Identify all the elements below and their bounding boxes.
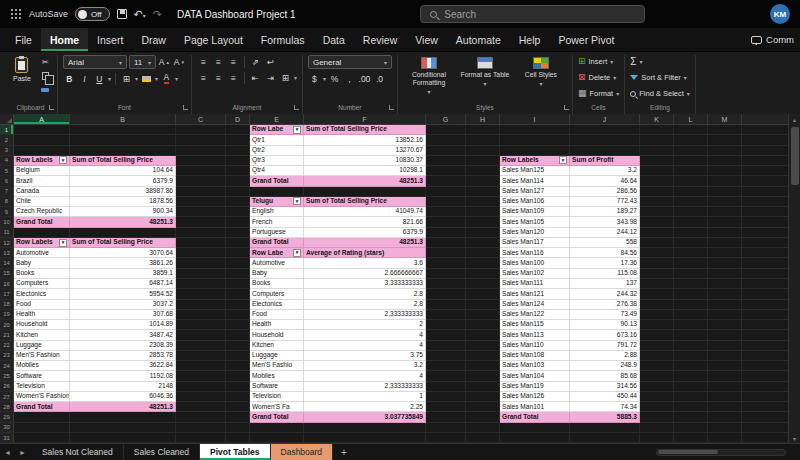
cell-K2[interactable] (640, 135, 674, 145)
cell-E11[interactable]: Portuguese (250, 228, 304, 238)
cell-E30[interactable] (250, 423, 304, 433)
row-header-26[interactable]: 26 (0, 382, 14, 392)
cell-L26[interactable] (674, 382, 708, 392)
cell-A9[interactable]: Czech Republic (14, 207, 70, 217)
row-header-15[interactable]: 15 (0, 269, 14, 279)
cell-I29[interactable]: Grand Total (500, 412, 570, 422)
cell-K5[interactable] (640, 166, 674, 176)
cell-B23[interactable]: 2853.78 (70, 351, 176, 361)
cell-F30[interactable] (304, 423, 426, 433)
row-header-23[interactable]: 23 (0, 351, 14, 361)
cell-I8[interactable]: Sales Man106 (500, 197, 570, 207)
cell-H11[interactable] (466, 228, 500, 238)
row-header-22[interactable]: 22 (0, 341, 14, 351)
column-header-D[interactable]: D (226, 114, 250, 124)
cell-I11[interactable]: Sales Man120 (500, 228, 570, 238)
cell-E15[interactable]: Baby (250, 269, 304, 279)
cell-G30[interactable] (426, 423, 466, 433)
accounting-format-icon[interactable]: $ (308, 72, 321, 85)
cell-I13[interactable]: Sales Man116 (500, 248, 570, 258)
italic-button[interactable]: I (78, 72, 91, 85)
cell-I17[interactable]: Sales Man121 (500, 289, 570, 299)
cell-C21[interactable] (176, 330, 226, 340)
cell-M26[interactable] (708, 382, 742, 392)
cell-D1[interactable] (226, 125, 250, 135)
cell-M19[interactable] (708, 310, 742, 320)
cell-F15[interactable]: 2.666666667 (304, 269, 426, 279)
cell-G14[interactable] (426, 258, 466, 268)
cell-A19[interactable]: Health (14, 310, 70, 320)
cell-K12[interactable] (640, 238, 674, 248)
cell-I4[interactable]: Row Labels▾ (500, 156, 570, 166)
cell-B2[interactable] (70, 135, 176, 145)
cell-B8[interactable]: 1878.56 (70, 197, 176, 207)
cell-M15[interactable] (708, 269, 742, 279)
cell-A14[interactable]: Baby (14, 258, 70, 268)
cell-B5[interactable]: 104.64 (70, 166, 176, 176)
cell-M21[interactable] (708, 330, 742, 340)
cell-J7[interactable]: 286.56 (570, 187, 640, 197)
cell-K27[interactable] (640, 392, 674, 402)
cell-F18[interactable]: 2.8 (304, 300, 426, 310)
cell-K4[interactable] (640, 156, 674, 166)
cell-A10[interactable]: Grand Total (14, 217, 70, 227)
column-header-F[interactable]: F (304, 114, 426, 124)
cell-B13[interactable]: 3070.64 (70, 248, 176, 258)
cell-M1[interactable] (708, 125, 742, 135)
cell-J16[interactable]: 137 (570, 279, 640, 289)
cell-K16[interactable] (640, 279, 674, 289)
cell-J8[interactable]: 772.43 (570, 197, 640, 207)
cell-F26[interactable]: 2.333333333 (304, 382, 426, 392)
cell-K13[interactable] (640, 248, 674, 258)
cell-M12[interactable] (708, 238, 742, 248)
cell-G9[interactable] (426, 207, 466, 217)
cell-A27[interactable]: Women'S Fashion (14, 392, 70, 402)
dialog-launcher-icon[interactable] (389, 105, 394, 110)
borders-icon[interactable]: ⊞ (120, 72, 133, 85)
cell-E8[interactable]: Telugu▾ (250, 197, 304, 207)
cell-B9[interactable]: 900.34 (70, 207, 176, 217)
cell-G12[interactable] (426, 238, 466, 248)
cell-I14[interactable]: Sales Man100 (500, 258, 570, 268)
cell-A12[interactable]: Row Labels▾ (14, 238, 70, 248)
row-header-31[interactable]: 31 (0, 433, 14, 443)
cell-J12[interactable]: 558 (570, 238, 640, 248)
cell-L31[interactable] (674, 433, 708, 443)
cell-C15[interactable] (176, 269, 226, 279)
cell-C28[interactable] (176, 402, 226, 412)
sort-filter-button[interactable]: Sort & Filter▾ (630, 71, 687, 84)
cell-G8[interactable] (426, 197, 466, 207)
cell-A22[interactable]: Luggage (14, 341, 70, 351)
cell-F28[interactable]: 2.25 (304, 402, 426, 412)
cell-H20[interactable] (466, 320, 500, 330)
cell-B21[interactable]: 3487.42 (70, 330, 176, 340)
cell-B24[interactable]: 3622.84 (70, 361, 176, 371)
decrease-font-icon[interactable]: A▼ (173, 56, 186, 69)
cell-H18[interactable] (466, 300, 500, 310)
cell-K11[interactable] (640, 228, 674, 238)
cell-D16[interactable] (226, 279, 250, 289)
cell-L19[interactable] (674, 310, 708, 320)
cell-K24[interactable] (640, 361, 674, 371)
cell-C1[interactable] (176, 125, 226, 135)
cell-B15[interactable]: 3859.1 (70, 269, 176, 279)
number-format-select[interactable]: General▾ (308, 55, 392, 69)
cell-D21[interactable] (226, 330, 250, 340)
cell-G29[interactable] (426, 412, 466, 422)
cell-M24[interactable] (708, 361, 742, 371)
cell-E29[interactable]: Grand Total (250, 412, 304, 422)
cell-L2[interactable] (674, 135, 708, 145)
cell-L23[interactable] (674, 351, 708, 361)
cell-F10[interactable]: 821.66 (304, 217, 426, 227)
row-header-12[interactable]: 12 (0, 238, 14, 248)
cell-B6[interactable]: 6379.9 (70, 176, 176, 186)
cell-K19[interactable] (640, 310, 674, 320)
cell-C26[interactable] (176, 382, 226, 392)
cell-D13[interactable] (226, 248, 250, 258)
cell-A5[interactable]: Belgium (14, 166, 70, 176)
row-header-8[interactable]: 8 (0, 197, 14, 207)
cell-E20[interactable]: Health (250, 320, 304, 330)
cell-G15[interactable] (426, 269, 466, 279)
cell-K14[interactable] (640, 258, 674, 268)
align-center-icon[interactable]: ≡ (212, 71, 225, 84)
